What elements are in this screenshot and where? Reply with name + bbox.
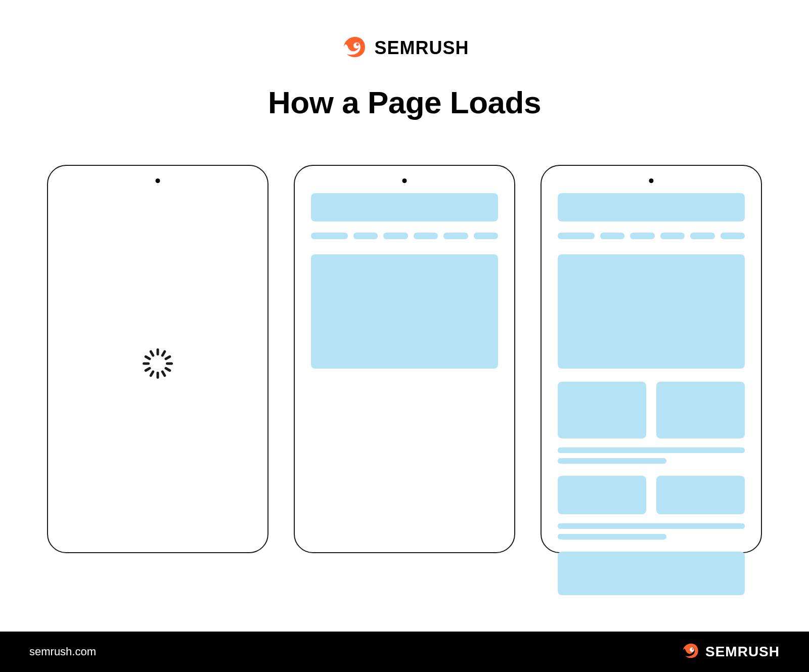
skeleton-header bbox=[311, 193, 498, 221]
svg-point-1 bbox=[356, 43, 359, 46]
skeleton-nav-item bbox=[353, 233, 378, 239]
page-title: How a Page Loads bbox=[0, 84, 809, 120]
svg-rect-6 bbox=[164, 367, 172, 372]
skeleton-nav-item bbox=[474, 233, 498, 239]
skeleton-nav-item bbox=[690, 233, 714, 239]
skeleton-nav-item bbox=[600, 233, 624, 239]
semrush-flame-icon bbox=[680, 641, 700, 663]
svg-rect-10 bbox=[144, 367, 152, 372]
skeleton-card bbox=[558, 476, 646, 514]
svg-rect-2 bbox=[157, 348, 159, 355]
footer: semrush.com SEMRUSH bbox=[0, 632, 809, 672]
footer-url: semrush.com bbox=[29, 645, 96, 658]
phone-partial bbox=[294, 165, 515, 553]
skeleton-complete bbox=[558, 193, 745, 595]
skeleton-line bbox=[558, 447, 745, 453]
skeleton-footer bbox=[558, 552, 745, 595]
skeleton-cards bbox=[558, 382, 745, 438]
svg-point-14 bbox=[690, 648, 694, 652]
camera-dot-icon bbox=[649, 178, 654, 183]
skeleton-nav-item bbox=[721, 233, 745, 239]
svg-rect-5 bbox=[166, 363, 173, 365]
skeleton-header bbox=[558, 193, 745, 221]
skeleton-nav-item bbox=[558, 233, 595, 239]
svg-point-15 bbox=[692, 648, 694, 650]
header-logo: SEMRUSH bbox=[0, 0, 809, 63]
spinner-container bbox=[64, 193, 251, 536]
skeleton-nav-item bbox=[660, 233, 685, 239]
phone-complete bbox=[541, 165, 762, 553]
svg-rect-7 bbox=[161, 370, 166, 378]
skeleton-nav-item bbox=[443, 233, 468, 239]
skeleton-nav bbox=[558, 233, 745, 239]
skeleton-nav-item bbox=[414, 233, 438, 239]
skeleton-line bbox=[558, 534, 666, 540]
skeleton-line bbox=[558, 458, 666, 464]
loading-spinner-icon bbox=[140, 346, 175, 383]
footer-logo: SEMRUSH bbox=[680, 641, 780, 663]
brand-name: SEMRUSH bbox=[374, 37, 469, 59]
phone-loading bbox=[47, 165, 268, 553]
skeleton-hero bbox=[311, 254, 498, 369]
skeleton-line bbox=[558, 523, 745, 529]
skeleton-hero bbox=[558, 254, 745, 369]
skeleton-card bbox=[656, 382, 745, 438]
svg-rect-13 bbox=[149, 350, 155, 357]
svg-point-0 bbox=[353, 42, 359, 49]
camera-dot-icon bbox=[156, 178, 160, 183]
svg-rect-9 bbox=[149, 370, 155, 378]
skeleton-cards bbox=[558, 476, 745, 514]
phones-row bbox=[0, 165, 809, 553]
skeleton-nav-item bbox=[311, 233, 348, 239]
skeleton-partial bbox=[311, 193, 498, 369]
svg-rect-3 bbox=[161, 350, 166, 357]
skeleton-card bbox=[656, 476, 745, 514]
skeleton-nav-item bbox=[630, 233, 654, 239]
semrush-flame-icon bbox=[340, 33, 368, 63]
skeleton-nav bbox=[311, 233, 498, 239]
svg-rect-8 bbox=[157, 372, 159, 379]
skeleton-card bbox=[558, 382, 646, 438]
footer-brand-name: SEMRUSH bbox=[705, 644, 780, 660]
svg-rect-11 bbox=[143, 363, 150, 365]
svg-rect-12 bbox=[144, 355, 152, 361]
svg-rect-4 bbox=[164, 355, 172, 361]
skeleton-nav-item bbox=[383, 233, 408, 239]
camera-dot-icon bbox=[402, 178, 407, 183]
skeleton-lines bbox=[558, 523, 745, 540]
skeleton-lines bbox=[558, 447, 745, 464]
